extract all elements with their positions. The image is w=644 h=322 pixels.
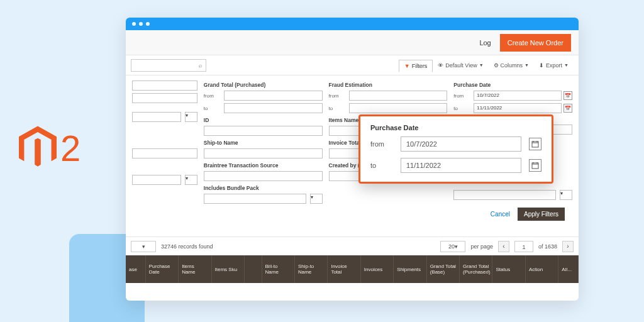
ship-to-input[interactable] — [204, 148, 323, 158]
toolbar: ⌕ ▼Filters 👁Default View▼ ⚙Columns▼ ⬇Exp… — [126, 55, 579, 75]
download-icon: ⬇ — [539, 62, 544, 69]
column-header[interactable]: Purchase Date — [146, 255, 179, 283]
actions-select[interactable]: ▾ — [131, 241, 156, 252]
callout-to-input[interactable]: 11/11/2022 — [401, 158, 521, 173]
traffic-light-icon — [139, 22, 143, 26]
filters-label: Filters — [412, 63, 428, 69]
id-input[interactable] — [204, 126, 323, 136]
column-header[interactable]: ase — [126, 255, 146, 283]
calendar-icon[interactable] — [529, 138, 541, 150]
dropdown-toggle[interactable]: ▾ — [185, 112, 197, 122]
purchase-date-to-input[interactable]: 11/11/2022 — [474, 103, 562, 113]
braintree-input[interactable] — [204, 171, 323, 181]
calendar-icon[interactable]: 📅 — [564, 91, 572, 100]
filter-input[interactable] — [132, 148, 197, 158]
gear-icon: ⚙ — [494, 62, 499, 69]
filter-label: Fraud Estimation — [329, 82, 448, 88]
from-label: from — [453, 93, 470, 99]
chevron-down-icon: ▼ — [564, 63, 569, 67]
traffic-light-icon — [132, 22, 136, 26]
records-count: 32746 records found — [161, 243, 213, 250]
column-header[interactable]: Grand Total (Base) — [427, 255, 460, 283]
next-page-button[interactable]: › — [562, 241, 574, 252]
filter-label: ID — [204, 117, 323, 123]
to-label: to — [453, 106, 470, 111]
callout-from-input[interactable]: 10/7/2022 — [401, 136, 521, 152]
filter-label: Includes Bundle Pack — [204, 185, 323, 191]
columns-label: Columns — [501, 62, 523, 69]
column-header[interactable]: Ship-to Name — [295, 255, 328, 283]
to-label: to — [370, 162, 393, 169]
to-label: to — [329, 106, 345, 111]
bundle-select[interactable] — [204, 194, 306, 204]
window-titlebar — [126, 18, 579, 30]
filter-label: Grand Total (Purchased) — [204, 82, 323, 88]
columns-button[interactable]: ⚙Columns▼ — [489, 60, 534, 71]
column-header[interactable]: Invoice Total — [328, 255, 360, 283]
default-view-button[interactable]: 👁Default View▼ — [433, 60, 488, 71]
page-input[interactable]: 1 — [514, 241, 533, 252]
cancel-link[interactable]: Cancel — [491, 211, 510, 218]
calendar-icon[interactable] — [529, 159, 541, 172]
fraud-from-input[interactable] — [349, 91, 448, 101]
table-header: ase Purchase Date Items Name Items Sku B… — [126, 255, 579, 283]
purchase-date-from-input[interactable]: 10/7/2022 — [474, 91, 562, 101]
calendar-icon[interactable]: 📅 — [564, 104, 572, 113]
pagination-bar: ▾ 32746 records found 20 ▾ per page ‹ 1 … — [126, 236, 579, 255]
log-link[interactable]: Log — [479, 39, 491, 47]
export-button[interactable]: ⬇Export▼ — [534, 60, 574, 71]
filter-input[interactable] — [132, 80, 197, 91]
column-header[interactable]: Items Sku — [212, 255, 245, 283]
filter-label: Ship-to Name — [204, 140, 323, 146]
page-total: of 1638 — [538, 243, 557, 250]
per-page-label: per page — [470, 243, 493, 250]
chevron-down-icon: ▼ — [525, 63, 529, 67]
column-header[interactable]: Invoices — [361, 255, 394, 283]
fraud-to-input[interactable] — [349, 103, 448, 113]
filter-select[interactable] — [132, 112, 181, 122]
prev-page-button[interactable]: ‹ — [498, 241, 509, 252]
eye-icon: 👁 — [438, 62, 443, 69]
column-header[interactable] — [245, 255, 262, 283]
column-header[interactable]: Grand Total (Purchased) — [460, 255, 492, 283]
dropdown-toggle[interactable]: ▾ — [560, 190, 572, 200]
search-input[interactable]: ⌕ — [131, 59, 206, 72]
to-label: to — [204, 106, 220, 111]
filters-panel: ▾ ▾ Grand Total (Purchased) from to ID S… — [126, 75, 579, 234]
dropdown-toggle[interactable]: ▾ — [310, 194, 323, 204]
export-label: Export — [546, 62, 562, 69]
filter-label: Purchase Date — [453, 82, 572, 88]
apply-filters-button[interactable]: Apply Filters — [518, 208, 565, 221]
from-label: from — [329, 93, 345, 99]
filter-select[interactable] — [453, 190, 556, 200]
version-label: 2 — [60, 127, 80, 169]
column-header[interactable]: All... — [558, 255, 579, 283]
column-header[interactable]: Bill-to Name — [262, 255, 295, 283]
grand-total-to-input[interactable] — [224, 103, 323, 113]
magento-logo: 2 — [19, 126, 80, 170]
create-order-button[interactable]: Create New Order — [500, 34, 571, 52]
column-header[interactable]: Shipments — [394, 255, 426, 283]
magento-icon — [19, 126, 57, 170]
filter-select[interactable] — [132, 175, 181, 185]
search-icon: ⌕ — [199, 62, 202, 69]
from-label: from — [204, 93, 220, 99]
purchase-date-callout: Purchase Date from10/7/2022 to11/11/2022 — [358, 114, 553, 184]
callout-title: Purchase Date — [370, 124, 541, 131]
funnel-icon: ▼ — [404, 63, 410, 69]
filters-tab[interactable]: ▼Filters — [399, 60, 433, 72]
per-page-select[interactable]: 20 ▾ — [440, 241, 465, 252]
grand-total-from-input[interactable] — [224, 91, 323, 101]
column-header[interactable]: Items Name — [179, 255, 211, 283]
view-label: Default View — [445, 62, 477, 69]
traffic-light-icon — [146, 22, 150, 26]
svg-rect-4 — [532, 163, 538, 169]
filter-input[interactable] — [132, 93, 197, 103]
column-header[interactable]: Status — [492, 255, 525, 283]
dropdown-toggle[interactable]: ▾ — [185, 175, 197, 185]
filter-actions: Cancel Apply Filters — [132, 204, 572, 225]
from-label: from — [370, 140, 393, 148]
column-header[interactable]: Action — [526, 255, 558, 283]
app-window: Log Create New Order ⌕ ▼Filters 👁Default… — [126, 18, 579, 301]
chevron-down-icon: ▼ — [479, 63, 484, 67]
